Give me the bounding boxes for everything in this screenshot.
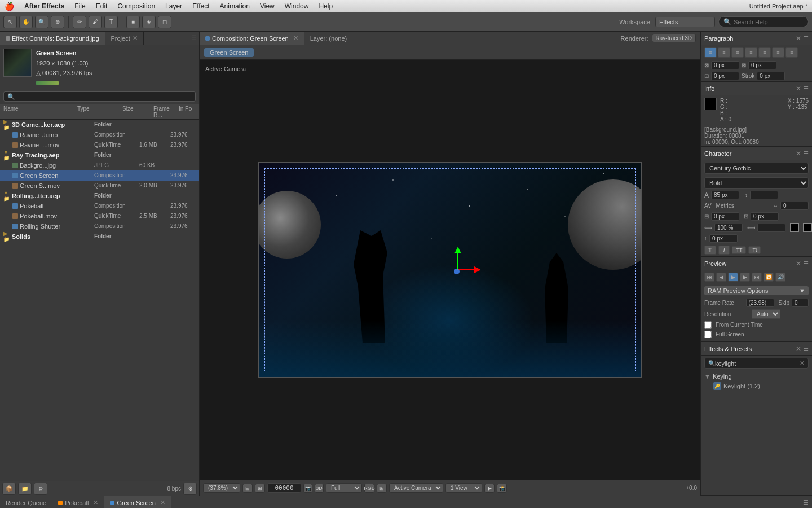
paragraph-close[interactable]: ✕ [796, 34, 801, 42]
new-comp-button[interactable]: 📦 [2, 483, 16, 495]
tool-hand[interactable]: ✋ [19, 16, 33, 28]
font-size-input[interactable] [711, 191, 739, 199]
tab-green-screen[interactable]: Green Screen ✕ [104, 496, 171, 509]
list-item[interactable]: Ravine_Jump Composition 23.976 [0, 130, 199, 140]
tool-shape[interactable]: ■ [126, 16, 140, 28]
timeline-menu[interactable]: ☰ [803, 499, 809, 506]
green-screen-button[interactable]: Green Screen [204, 48, 254, 57]
step-forward-btn[interactable]: ▶ [740, 273, 750, 282]
indent-before-input[interactable] [711, 61, 739, 69]
menu-item-help[interactable]: Help [314, 1, 337, 11]
tool-select[interactable]: ↖ [3, 16, 17, 28]
info-menu[interactable]: ☰ [804, 85, 809, 91]
preview-menu[interactable]: ☰ [804, 260, 809, 266]
align-justify-last-btn[interactable]: ≡ [785, 47, 798, 58]
menu-item-effect[interactable]: Effect [188, 1, 214, 11]
channels-btn[interactable]: RGB [364, 484, 374, 493]
list-item[interactable]: ▼ 📁 Ray Tracing.aep Folder [0, 150, 199, 160]
paragraph-menu[interactable]: ☰ [804, 35, 809, 41]
apple-menu[interactable]: 🍎 [5, 2, 14, 11]
views-select[interactable]: 1 View 2 Views 4 Views [445, 483, 482, 493]
list-item[interactable]: ▶ 📁 Solids Folder [0, 231, 199, 242]
workspace-select[interactable]: Effects Default Motion Tracking [655, 17, 715, 27]
tool-brush[interactable]: 🖌 [89, 16, 102, 28]
list-item[interactable]: Ravine_...mov QuickTime 1.6 MB 23.976 [0, 140, 199, 150]
text-smallcaps-btn[interactable]: Tt [748, 246, 761, 254]
effects-search-clear[interactable]: ✕ [800, 360, 805, 367]
menu-item-view[interactable]: View [255, 1, 279, 11]
3d-btn[interactable]: 3D [315, 484, 324, 493]
skip-to-start-btn[interactable]: ⏮ [704, 273, 714, 282]
project-settings-button[interactable]: ⚙ [183, 483, 197, 495]
menu-item-layer[interactable]: Layer [161, 1, 187, 11]
effects-search-input[interactable] [715, 360, 800, 367]
list-item[interactable]: ▶ 📁 3D Came...ker.aep Folder [0, 120, 199, 130]
left-panel-menu[interactable]: ☰ [191, 34, 197, 42]
character-close[interactable]: ✕ [796, 150, 801, 157]
tool-puppet[interactable]: ◈ [142, 16, 156, 28]
menu-item-window[interactable]: Window [280, 1, 314, 11]
list-item[interactable]: Green S...mov QuickTime 2.0 MB 23.976 [0, 181, 199, 191]
align-right-btn[interactable]: ≡ [731, 47, 744, 58]
tool-mask[interactable]: ◻ [158, 16, 171, 28]
project-close-icon[interactable]: ✕ [133, 34, 138, 42]
pokeball-close[interactable]: ✕ [93, 499, 98, 506]
tab-project[interactable]: Project ✕ [105, 32, 144, 45]
font-select[interactable]: Century Gothic [704, 163, 809, 174]
text-bold-btn[interactable]: T [704, 246, 716, 255]
menu-item-aftereffects[interactable]: After Effects [20, 1, 69, 11]
tab-render-queue[interactable]: Render Queue [0, 496, 52, 509]
green-screen-close[interactable]: ✕ [160, 499, 165, 506]
ram-preview-label[interactable]: RAM Preview Options ▼ [704, 286, 809, 295]
comp-viewer[interactable]: Active Camera [200, 60, 700, 480]
horiz-scale-input[interactable] [711, 212, 739, 221]
full-screen-checkbox[interactable] [704, 331, 712, 338]
safe-zones-button[interactable]: ⊞ [255, 484, 265, 493]
scale-v-input[interactable] [757, 224, 785, 232]
scale-h-input[interactable] [714, 224, 743, 232]
effects-menu[interactable]: ☰ [804, 345, 809, 352]
camera-btn[interactable]: 📷 [303, 484, 312, 493]
align-center-btn[interactable]: ≡ [718, 47, 730, 58]
tool-zoom[interactable]: 🔍 [35, 16, 48, 28]
comp-tab-close[interactable]: ✕ [293, 34, 298, 42]
list-item[interactable]: Pokeball.mov QuickTime 2.5 MB 23.976 [0, 211, 199, 221]
search-input[interactable] [734, 19, 801, 25]
resolution-select[interactable]: Auto Full Half [752, 309, 780, 319]
play-btn[interactable]: ▶ [728, 273, 738, 282]
timecode-input[interactable] [267, 483, 301, 493]
character-menu[interactable]: ☰ [804, 150, 809, 156]
skip-to-end-btn[interactable]: ⏭ [752, 273, 762, 282]
zoom-select[interactable]: (37.8%) [203, 483, 240, 493]
camera-select[interactable]: Active Camera [389, 483, 443, 493]
from-current-checkbox[interactable] [704, 321, 712, 329]
renderer-button[interactable]: Ray-traced 3D [652, 34, 696, 42]
checkerboard-btn[interactable]: ⊞ [377, 484, 387, 493]
list-item[interactable]: ▼ 📁 Rolling...tter.aep Folder [0, 191, 199, 201]
audio-btn[interactable]: 🔊 [775, 273, 785, 282]
menu-item-edit[interactable]: Edit [91, 1, 112, 11]
align-left-btn[interactable]: ≡ [704, 47, 717, 58]
render-button[interactable]: ▶ [484, 484, 495, 493]
text-italic-btn[interactable]: T [718, 246, 730, 255]
stroke-input[interactable] [757, 72, 785, 80]
menu-item-file[interactable]: File [70, 1, 90, 11]
tool-pen[interactable]: ✏ [73, 16, 86, 28]
baseline-input[interactable] [709, 234, 738, 243]
list-item[interactable]: Rolling Shutter Composition 23.976 [0, 221, 199, 231]
settings-button[interactable]: ⚙ [34, 483, 47, 495]
tool-camera-orbit[interactable]: ⊕ [51, 16, 64, 28]
fx-item-keylight[interactable]: 🔑 Keylight (1.2) [701, 381, 812, 391]
kerning-input[interactable] [780, 202, 809, 210]
text-caps-btn[interactable]: TT [732, 246, 746, 254]
snap-button[interactable]: ⊟ [242, 484, 253, 493]
quality-select[interactable]: Full Half Quarter Auto [326, 483, 362, 493]
menu-item-composition[interactable]: Composition [113, 1, 160, 11]
snapshot-button[interactable]: 📸 [497, 484, 507, 493]
indent-after-input[interactable] [748, 61, 776, 69]
project-search-input[interactable] [3, 91, 196, 102]
tool-text[interactable]: T [104, 16, 118, 28]
tab-composition[interactable]: Composition: Green Screen ✕ [200, 32, 304, 45]
skip-input[interactable] [792, 299, 809, 307]
effects-close[interactable]: ✕ [796, 345, 801, 353]
